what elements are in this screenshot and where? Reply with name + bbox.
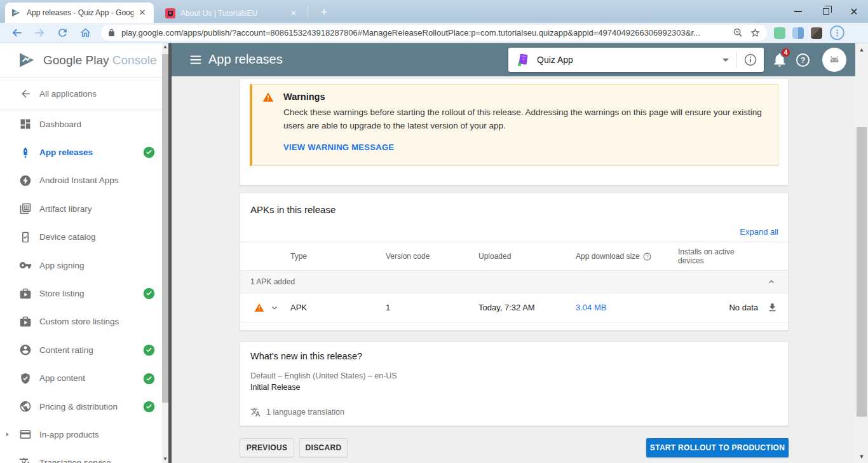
apk-table-row[interactable]: APK 1 Today, 7:32 AM 3.04 MB No data <box>240 293 788 322</box>
custom-store-listings-icon <box>19 315 32 328</box>
minimize-button[interactable] <box>784 0 812 23</box>
home-icon[interactable] <box>79 27 92 39</box>
apks-card-title: APKs in this release <box>250 204 336 215</box>
bookmark-star-icon[interactable] <box>750 27 761 38</box>
extension-icon-2[interactable] <box>792 27 804 39</box>
tab-close-icon[interactable]: ✕ <box>288 8 299 18</box>
warning-triangle-icon <box>262 92 275 103</box>
play-console-logo[interactable]: Google Play Console <box>0 43 162 78</box>
column-label: App download size <box>576 252 640 261</box>
restore-button[interactable] <box>812 0 840 23</box>
address-bar[interactable]: play.google.com/apps/publish/?account=80… <box>101 25 767 41</box>
browser-tab-inactive[interactable]: About Us | TutorialsEU ✕ <box>159 3 305 23</box>
cell-download-size-link[interactable]: 3.04 MB <box>576 303 678 312</box>
svg-text:?: ? <box>646 254 648 259</box>
warnings-body: Check these warnings before starting the… <box>283 106 771 133</box>
shield-check-icon <box>19 372 32 385</box>
sidebar-scrollbar[interactable]: ▲ ▼ <box>162 43 168 463</box>
browser-titlebar: App releases - Quiz App - Google ✕ About… <box>0 0 868 23</box>
help-icon[interactable]: ? <box>796 53 810 67</box>
page-scrollbar-thumb[interactable] <box>857 127 867 417</box>
sidebar-item-all-applications[interactable]: All applications <box>0 78 162 110</box>
logo-secondary: Console <box>112 53 157 67</box>
close-button[interactable]: ✕ <box>840 0 868 23</box>
sidebar-item-label: All applications <box>39 89 97 99</box>
sidebar-item-label: Device catalog <box>39 232 96 242</box>
app-selector-dropdown[interactable]: Quiz App <box>508 48 764 72</box>
sidebar-item-in-app-products[interactable]: In-app products <box>0 420 162 448</box>
sidebar-item-label: App signing <box>39 261 85 270</box>
apk-group-label: 1 APK added <box>250 277 766 286</box>
minimize-icon <box>794 11 802 12</box>
chevron-down-icon[interactable] <box>269 303 280 313</box>
sidebar-item-app-releases[interactable]: App releases <box>0 138 162 166</box>
back-arrow-icon <box>20 88 32 100</box>
view-warning-message-link[interactable]: VIEW WARNING MESSAGE <box>283 142 394 152</box>
start-rollout-button[interactable]: START ROLLOUT TO PRODUCTION <box>646 438 789 457</box>
page-title: App releases <box>208 52 283 67</box>
reload-icon[interactable] <box>57 27 69 39</box>
in-app-products-icon <box>19 428 32 441</box>
zoom-out-icon[interactable] <box>733 27 743 38</box>
expand-caret-icon[interactable] <box>4 431 10 438</box>
cell-type: APK <box>290 303 386 312</box>
scroll-down-arrow[interactable]: ▼ <box>855 452 868 462</box>
lock-icon[interactable] <box>107 29 116 37</box>
notification-badge: 4 <box>780 47 791 58</box>
sidebar-item-label: Android Instant Apps <box>39 176 119 185</box>
page-scrollbar[interactable]: ▲ ▼ <box>855 43 868 463</box>
whats-new-card: What's new in this release? Default – En… <box>240 342 789 426</box>
scroll-down-arrow[interactable]: ▼ <box>162 455 168 463</box>
info-icon[interactable] <box>743 53 757 67</box>
main-content: Warnings Check these warnings before sta… <box>172 76 855 463</box>
extension-icon-3[interactable] <box>811 27 822 39</box>
selector-divider <box>736 52 737 67</box>
cell-version-code: 1 <box>386 303 478 312</box>
sidebar-item-app-content[interactable]: App content <box>0 364 162 392</box>
sidebar-item-app-signing[interactable]: App signing <box>0 251 162 279</box>
sidebar-item-android-instant-apps[interactable]: Android Instant Apps <box>0 167 162 195</box>
language-translation-label: 1 language translation <box>266 408 344 417</box>
browser-toolbar: play.google.com/apps/publish/?account=80… <box>0 23 868 43</box>
new-tab-button[interactable]: + <box>316 5 332 20</box>
chevron-down-icon[interactable] <box>722 59 729 62</box>
sidebar-item-label: Store listing <box>39 289 85 298</box>
sidebar-item-pricing-distribution[interactable]: Pricing & distribution <box>0 392 162 420</box>
scroll-up-arrow[interactable]: ▲ <box>162 43 168 51</box>
tab-close-icon[interactable]: ✕ <box>137 8 147 18</box>
apk-group-row[interactable]: 1 APK added <box>240 270 788 293</box>
url-text[interactable]: play.google.com/apps/publish/?account=80… <box>121 28 726 38</box>
device-catalog-icon <box>19 231 32 244</box>
discard-button[interactable]: DISCARD <box>299 438 348 457</box>
sidebar-item-content-rating[interactable]: Content rating <box>0 336 162 364</box>
sidebar-item-store-listing[interactable]: Store listing <box>0 279 162 307</box>
help-circle-icon[interactable]: ? <box>643 252 651 261</box>
browser-menu-icon[interactable]: ⋮ <box>830 25 844 40</box>
sidebar: Google Play Console All applications Das… <box>0 43 162 463</box>
svg-text:?: ? <box>801 56 806 65</box>
scroll-up-arrow[interactable]: ▲ <box>855 45 868 55</box>
previous-button[interactable]: PREVIOUS <box>240 438 294 457</box>
download-icon[interactable] <box>767 302 778 313</box>
browser-tab-active[interactable]: App releases - Quiz App - Google ✕ <box>5 3 154 23</box>
warnings-card: Warnings Check these warnings before sta… <box>240 78 789 186</box>
release-notes-text: Initial Release <box>250 383 301 392</box>
hamburger-menu-icon[interactable] <box>189 53 203 67</box>
sidebar-item-custom-store-listings[interactable]: Custom store listings <box>0 308 162 336</box>
sidebar-item-translation-service[interactable]: Translation service <box>0 449 162 463</box>
release-notes-locale: Default – English (United States) – en-U… <box>250 371 397 380</box>
account-avatar[interactable] <box>822 48 846 72</box>
extension-icon-1[interactable] <box>774 27 785 39</box>
column-uploaded: Uploaded <box>478 252 576 261</box>
sidebar-item-artifact-library[interactable]: Artifact library <box>0 195 162 223</box>
sidebar-item-dashboard[interactable]: Dashboard <box>0 110 162 138</box>
sidebar-scrollbar-thumb[interactable] <box>162 54 168 403</box>
chevron-up-icon[interactable] <box>766 277 776 287</box>
apks-table-header: Type Version code Uploaded App download … <box>240 242 788 270</box>
apk-row-icons <box>250 303 290 313</box>
forward-nav-icon[interactable] <box>34 27 46 39</box>
sidebar-item-device-catalog[interactable]: Device catalog <box>0 223 162 251</box>
logo-text: Google Play Console <box>43 53 157 67</box>
expand-all-link[interactable]: Expand all <box>740 227 778 237</box>
back-nav-icon[interactable] <box>11 27 23 39</box>
